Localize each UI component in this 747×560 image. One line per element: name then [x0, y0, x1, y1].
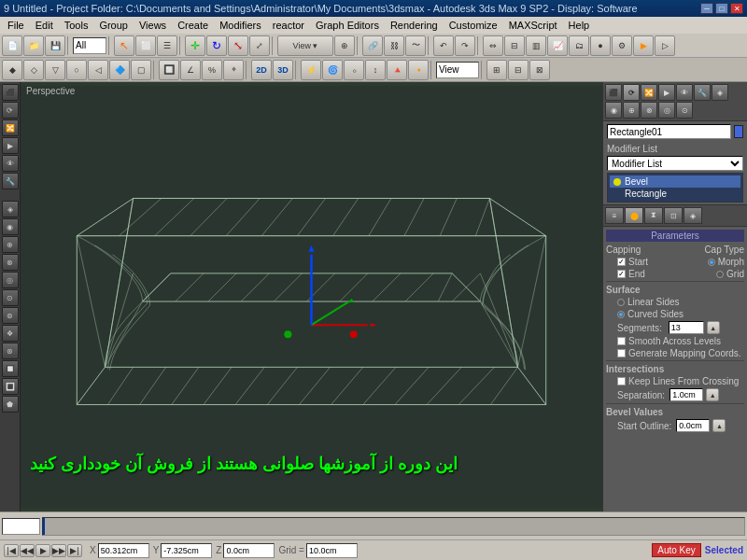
tb-align[interactable]: ⊟: [504, 35, 525, 56]
tb-select-filter[interactable]: ☰: [157, 35, 177, 56]
tb-ref-coord[interactable]: View ▾: [277, 35, 333, 56]
rp-icon-utilities[interactable]: 🔧: [694, 84, 711, 101]
left-extra6[interactable]: ⊙: [2, 289, 19, 306]
rp-icon-hierarchy[interactable]: 🔀: [641, 84, 657, 101]
rp-icon-display[interactable]: 👁: [676, 84, 693, 101]
smooth-checkbox[interactable]: [617, 337, 626, 345]
playback-end[interactable]: ▶|: [67, 544, 82, 557]
rp-tab-1[interactable]: ≡: [605, 207, 624, 224]
menu-edit[interactable]: Edit: [30, 17, 59, 34]
tb-view-extra3[interactable]: ⊠: [529, 60, 550, 80]
tb-material[interactable]: ●: [590, 35, 611, 56]
segments-input[interactable]: [669, 321, 704, 334]
start-outline-input[interactable]: [676, 419, 710, 432]
tb-shapes1[interactable]: ◆: [2, 60, 22, 80]
menu-reactor[interactable]: reactor: [267, 17, 310, 34]
menu-tools[interactable]: Tools: [59, 17, 94, 34]
left-extra8[interactable]: ❖: [2, 325, 19, 342]
left-extra11[interactable]: 🔳: [2, 378, 19, 395]
tb-schematic[interactable]: 🗂: [569, 35, 589, 56]
menu-file[interactable]: File: [2, 17, 30, 34]
object-color-swatch[interactable]: [734, 125, 743, 138]
rp-icon-e1[interactable]: ◈: [712, 84, 728, 101]
tb-new[interactable]: 📄: [2, 35, 22, 56]
menu-rendering[interactable]: Rendering: [385, 17, 444, 34]
rp-tab-5[interactable]: ◈: [684, 207, 702, 224]
rp-icon-motion[interactable]: ▶: [658, 84, 675, 101]
left-extra5[interactable]: ◎: [2, 272, 19, 288]
menu-help[interactable]: Help: [563, 17, 596, 34]
modifier-dropdown[interactable]: Modifier List: [607, 156, 743, 171]
tb-3d-snap[interactable]: 3D: [273, 60, 293, 80]
linear-sides-radio[interactable]: [617, 299, 625, 306]
tb-extra4[interactable]: ↕: [365, 60, 386, 80]
tb-search-input[interactable]: [73, 37, 106, 54]
left-extra7[interactable]: ⊚: [2, 307, 19, 324]
rp-tab-4[interactable]: ⊡: [664, 207, 683, 224]
left-display-icon[interactable]: 👁: [2, 155, 19, 172]
tb-view-input[interactable]: [436, 62, 479, 78]
menu-maxscript[interactable]: MAXScript: [503, 17, 563, 34]
tb-unlink[interactable]: ⛓: [384, 35, 404, 56]
curved-sides-radio[interactable]: [617, 311, 625, 318]
tb-undo[interactable]: ↶: [433, 35, 454, 56]
modifier-item-bevel[interactable]: Bevel: [610, 175, 740, 188]
tb-snap-spinner[interactable]: ⌖: [223, 60, 244, 80]
tb-extra2[interactable]: 🌀: [322, 60, 343, 80]
tb-mirror[interactable]: ⇔: [483, 35, 503, 56]
minimize-button[interactable]: ─: [700, 3, 713, 14]
auto-key-button[interactable]: Auto Key: [652, 543, 701, 557]
timeline-track[interactable]: [42, 517, 745, 536]
tb-move[interactable]: ✛: [185, 35, 205, 56]
rp-icon-e6[interactable]: ⊙: [676, 102, 693, 119]
maximize-button[interactable]: □: [715, 3, 728, 14]
left-extra12[interactable]: ⬟: [2, 396, 19, 413]
rp-icon-e5[interactable]: ◎: [658, 102, 675, 119]
rp-icon-e4[interactable]: ⊗: [641, 102, 657, 119]
tb-view-extra2[interactable]: ⊟: [508, 60, 529, 80]
left-extra1[interactable]: ◈: [2, 201, 19, 217]
tb-2d-snap[interactable]: 2D: [251, 60, 272, 80]
tb-redo[interactable]: ↷: [455, 35, 475, 56]
tb-shapes4[interactable]: ○: [66, 60, 87, 80]
left-hierarchy-icon[interactable]: 🔀: [2, 119, 19, 136]
cap-type-morph-radio[interactable]: [708, 259, 715, 266]
playback-start[interactable]: |◀: [4, 544, 19, 557]
tb-open[interactable]: 📁: [23, 35, 44, 56]
tb-shapes2[interactable]: ◇: [23, 60, 44, 80]
playback-prev[interactable]: ◀◀: [20, 544, 35, 557]
menu-graph-editors[interactable]: Graph Editors: [310, 17, 385, 34]
tb-layer[interactable]: ▥: [526, 35, 546, 56]
menu-customize[interactable]: Customize: [444, 17, 503, 34]
tb-shapes3[interactable]: ▽: [45, 60, 65, 80]
rp-icon-modify[interactable]: ⟳: [623, 84, 640, 101]
left-extra9[interactable]: ⊛: [2, 343, 19, 359]
viewport[interactable]: Perspective .mesh-line { stroke: #aaccaa…: [21, 82, 602, 511]
tb-shapes5[interactable]: ◁: [88, 60, 108, 80]
separation-input[interactable]: [669, 388, 703, 401]
tb-select-region[interactable]: ⬜: [135, 35, 156, 56]
mapping-checkbox[interactable]: [617, 349, 626, 357]
rp-tab-2[interactable]: ⬤: [625, 207, 643, 224]
object-name-input[interactable]: [607, 124, 731, 139]
tb-select[interactable]: ↖: [114, 35, 134, 56]
tb-extra6[interactable]: 🔸: [408, 60, 429, 80]
tb-quick-render[interactable]: ▷: [655, 35, 675, 56]
segments-spinner[interactable]: ▲: [707, 321, 720, 334]
left-extra4[interactable]: ⊗: [2, 254, 19, 271]
left-motion-icon[interactable]: ▶: [2, 137, 19, 154]
separation-spinner[interactable]: ▲: [706, 388, 719, 401]
tb-render[interactable]: ▶: [633, 35, 654, 56]
tb-pivot[interactable]: ⊕: [334, 35, 355, 56]
start-outline-spinner[interactable]: ▲: [712, 419, 726, 432]
left-extra10[interactable]: 🔲: [2, 360, 19, 377]
tb-link[interactable]: 🔗: [362, 35, 383, 56]
tb-extra5[interactable]: 🔺: [387, 60, 407, 80]
tb-curve-editor[interactable]: 📈: [547, 35, 568, 56]
tb-view-extra1[interactable]: ⊞: [486, 60, 507, 80]
tb-shapes6[interactable]: 🔷: [109, 60, 130, 80]
tb-scale[interactable]: ⤡: [228, 35, 248, 56]
left-utilities-icon[interactable]: 🔧: [2, 173, 19, 189]
tb-bind-space-warp[interactable]: 〜: [405, 35, 426, 56]
left-extra2[interactable]: ◉: [2, 218, 19, 235]
